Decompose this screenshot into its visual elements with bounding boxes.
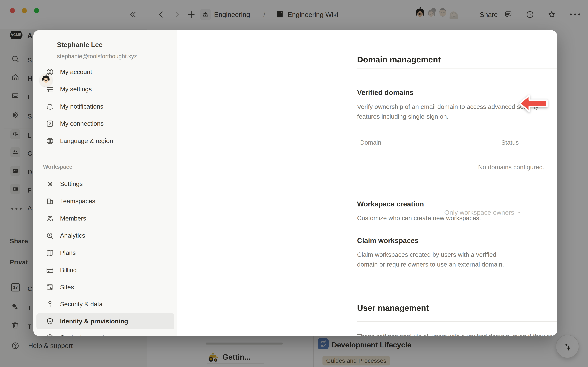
credit-card-icon (46, 266, 54, 275)
sidebar-item-label: Analytics (60, 232, 85, 239)
sidebar-item-settings[interactable]: Settings (36, 176, 174, 192)
sidebar-item-label: My account (60, 68, 92, 75)
sidebar-item-identity-provisioning[interactable]: Identity & provisioning (36, 313, 174, 329)
sidebar-item-label: Contact support (60, 334, 104, 336)
empty-table-message: No domains configured. (357, 164, 557, 171)
browser-cursor-icon (46, 283, 54, 292)
sidebar-item-label: Billing (60, 267, 77, 274)
sidebar-item-label: Teamspaces (60, 198, 95, 205)
sidebar-item-label: My notifications (60, 103, 103, 110)
buildings-icon (46, 197, 54, 206)
sidebar-item-my-notifications[interactable]: My notifications (36, 99, 174, 115)
chevron-down-icon (516, 210, 521, 215)
sidebar-item-my-settings[interactable]: My settings (36, 81, 174, 97)
column-header-domain: Domain (360, 139, 381, 146)
sidebar-item-label: Security & data (60, 301, 103, 308)
divider (357, 321, 557, 322)
sidebar-item-analytics[interactable]: Analytics (36, 227, 174, 244)
verified-domains-desc-line2: features including single-sign on. (357, 112, 449, 121)
divider (357, 68, 557, 69)
sidebar-item-label: Members (60, 215, 86, 222)
user-management-title: User management (357, 303, 429, 313)
magnifier-sparkle-icon (46, 231, 54, 240)
sidebar-item-my-connections[interactable]: My connections (36, 116, 174, 132)
verified-domains-desc-line1: Verify ownership of an email domain to a… (357, 102, 538, 112)
sidebar-item-language-region[interactable]: Language & region (36, 133, 174, 149)
sidebar-item-label: My connections (60, 120, 104, 127)
user-email: stephanie@toolsforthought.xyz (57, 53, 137, 60)
section-title: Domain management (357, 55, 441, 64)
people-icon (46, 214, 54, 223)
workspace-creation-dropdown[interactable]: Only workspace owners (444, 209, 521, 216)
user-name: Stephanie Lee (57, 41, 103, 49)
gear-icon (46, 180, 54, 188)
table-divider-bottom (357, 152, 557, 152)
sidebar-item-members[interactable]: Members (36, 210, 174, 226)
settings-content: Domain management Verified domains Verif… (177, 30, 557, 336)
claim-desc-line1: Claim workspaces created by users with a… (357, 250, 496, 259)
bell-icon (46, 102, 54, 111)
person-circle-icon (46, 68, 54, 76)
map-icon (46, 249, 54, 257)
sidebar-item-sites[interactable]: Sites (36, 279, 174, 295)
sidebar-item-billing[interactable]: Billing (36, 262, 174, 278)
settings-sidebar: Stephanie Lee stephanie@toolsforthought.… (33, 30, 177, 336)
sidebar-item-label: My settings (60, 86, 92, 93)
settings-modal: Stephanie Lee stephanie@toolsforthought.… (33, 30, 557, 336)
globe-icon (46, 137, 54, 145)
sidebar-item-plans[interactable]: Plans (36, 245, 174, 261)
app-window: Engineering / Engineering Wiki Share ACM… (0, 0, 588, 367)
arrow-out-square-icon (46, 119, 54, 128)
user-management-clipped-text: These settings apply to all users with a… (357, 333, 557, 336)
verified-domains-title: Verified domains (357, 88, 414, 97)
sidebar-item-teamspaces[interactable]: Teamspaces (36, 193, 174, 209)
claim-workspaces-title: Claim workspaces (357, 236, 418, 245)
table-divider-top (357, 134, 557, 134)
annotation-arrow-icon (519, 94, 549, 113)
sidebar-item-label: Identity & provisioning (60, 318, 128, 325)
sliders-icon (46, 85, 54, 94)
sidebar-item-contact-support[interactable]: Contact support (36, 330, 174, 336)
claim-desc-line2: domain or require owners to use an exter… (357, 259, 504, 269)
question-circle-icon (46, 333, 54, 336)
sidebar-item-label: Plans (60, 249, 76, 257)
key-icon (46, 300, 54, 309)
column-header-status: Status (501, 139, 519, 146)
dropdown-value: Only workspace owners (444, 209, 514, 216)
sidebar-item-security-data[interactable]: Security & data (36, 296, 174, 312)
sidebar-item-my-account[interactable]: My account (36, 64, 174, 80)
workspace-creation-title: Workspace creation (357, 200, 424, 208)
sidebar-item-label: Settings (60, 180, 83, 187)
sidebar-item-label: Language & region (60, 137, 113, 144)
shield-check-icon (46, 317, 54, 326)
workspace-section-label: Workspace (43, 164, 72, 170)
sidebar-item-label: Sites (60, 284, 74, 291)
